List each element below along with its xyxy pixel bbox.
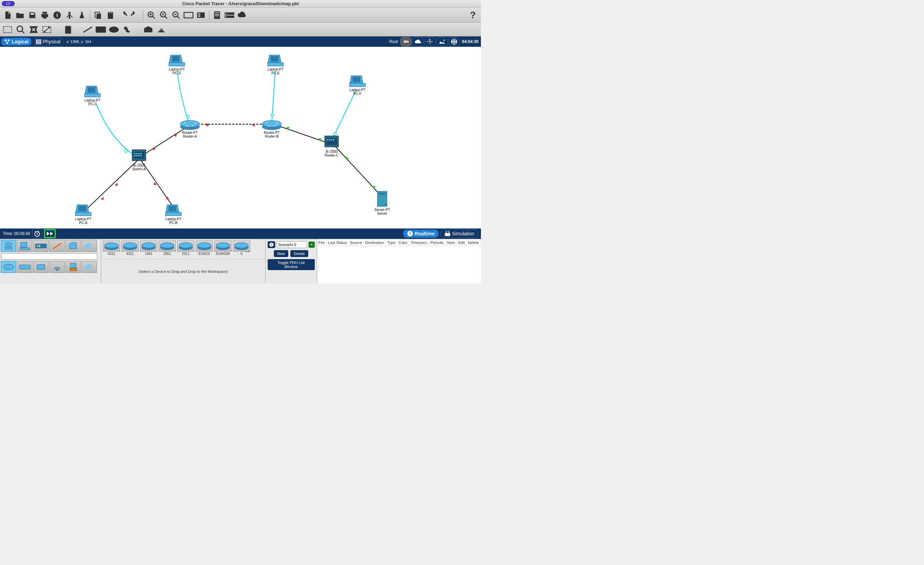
- device-router-a[interactable]: Router-PTRouter-A: [180, 119, 200, 138]
- nav-back-button[interactable]: [400, 37, 411, 46]
- pdu-header-col[interactable]: Periodic: [429, 240, 446, 245]
- scenario-dropdown-icon[interactable]: [309, 242, 315, 248]
- reset-time-button[interactable]: [32, 229, 42, 238]
- notes-icon[interactable]: [211, 9, 223, 21]
- realtime-tab[interactable]: Realtime: [403, 230, 438, 238]
- cloud-nav-button[interactable]: +: [412, 37, 423, 46]
- device-switch-a[interactable]: IE-2000Switch-A: [131, 148, 147, 171]
- simulation-tab[interactable]: Simulation: [441, 230, 478, 238]
- pdu-header-col[interactable]: Destination: [364, 240, 386, 245]
- category-multiuser[interactable]: [81, 240, 97, 252]
- activity-wizard-icon[interactable]: [64, 9, 75, 21]
- physical-tab[interactable]: Physical: [33, 38, 64, 46]
- inspect-tool-icon[interactable]: [15, 24, 27, 35]
- svg-point-1: [9, 2, 10, 3]
- category-end-devices[interactable]: [17, 240, 32, 252]
- subcategory-security[interactable]: [65, 261, 81, 273]
- subcategory-hubs[interactable]: [33, 261, 48, 273]
- scenario-new-button[interactable]: New: [274, 250, 288, 257]
- drawing-palette-icon[interactable]: [183, 9, 194, 21]
- info-icon[interactable]: i: [51, 9, 63, 21]
- select-tool-icon[interactable]: [2, 24, 14, 35]
- pdu-header-col[interactable]: Edit: [457, 240, 466, 245]
- zoom-reset-icon[interactable]: R: [158, 9, 170, 21]
- device-router-b[interactable]: Router-PTRouter-B: [261, 119, 282, 138]
- subcategory-routers[interactable]: [1, 261, 16, 273]
- device-pc-b[interactable]: Laptop-PTPC-B: [165, 203, 182, 225]
- scenario-info-icon[interactable]: i: [268, 241, 275, 248]
- subcategory-wan[interactable]: [81, 261, 97, 273]
- svg-rect-77: [138, 155, 140, 156]
- device-list-item[interactable]: 2901: [158, 240, 176, 258]
- pdu-header-col[interactable]: Color: [397, 240, 409, 245]
- redo-icon[interactable]: [129, 9, 141, 21]
- device-pc-d[interactable]: Laptop-PTPC-D: [169, 54, 185, 75]
- device-pc-c[interactable]: Laptop-PTPC-C: [84, 85, 101, 106]
- zoom-out-icon[interactable]: [170, 9, 182, 21]
- custom-devices-icon[interactable]: [195, 9, 207, 21]
- copy-icon[interactable]: [92, 9, 104, 21]
- subcategory-switches[interactable]: [17, 261, 32, 273]
- device-list-item[interactable]: 4321: [121, 240, 139, 258]
- environment-button[interactable]: [448, 37, 460, 46]
- save-icon[interactable]: [27, 9, 38, 21]
- device-server[interactable]: Server-PTServer: [374, 191, 390, 215]
- line-tool-icon[interactable]: [82, 24, 94, 35]
- svg-rect-62: [271, 56, 278, 62]
- pdu-header-col[interactable]: Delete: [466, 240, 481, 245]
- device-list-item[interactable]: 1941: [140, 240, 158, 258]
- toggle-pdu-list-button[interactable]: Toggle PDU List Window: [268, 259, 315, 270]
- device-search-input[interactable]: [1, 253, 98, 260]
- category-connections[interactable]: [49, 240, 64, 252]
- category-network-devices[interactable]: [1, 240, 16, 252]
- new-file-icon[interactable]: [2, 9, 14, 21]
- realtime-label: Realtime: [414, 231, 435, 236]
- open-icon[interactable]: [14, 9, 26, 21]
- samples-icon[interactable]: [76, 9, 88, 21]
- device-list-item[interactable]: 819IOX: [195, 240, 213, 258]
- device-list-item[interactable]: 819HGW: [214, 240, 232, 258]
- resize-tool-icon[interactable]: [41, 24, 52, 35]
- category-miscellaneous[interactable]: [65, 240, 81, 252]
- collapse-handle[interactable]: [244, 249, 250, 254]
- scenario-delete-button[interactable]: Delete: [290, 250, 308, 257]
- help-icon[interactable]: ?: [470, 10, 476, 21]
- workspace-canvas[interactable]: Laptop-PTPC-C Laptop-PTPC-D Laptop-PTPC-…: [0, 47, 481, 228]
- device-router-c[interactable]: IE-2000Router-C: [323, 135, 340, 157]
- pdu-header-col[interactable]: Last Status: [327, 240, 348, 245]
- logical-tab[interactable]: Logical: [1, 38, 32, 46]
- fast-forward-button[interactable]: [44, 229, 56, 238]
- cloud-icon[interactable]: [236, 9, 248, 21]
- undo-icon[interactable]: [117, 9, 129, 21]
- pdu-header-col[interactable]: Fire: [317, 240, 327, 245]
- simple-pdu-icon[interactable]: [142, 24, 154, 35]
- device-pc-a[interactable]: Laptop-PTPC-A: [75, 203, 92, 225]
- freeform-tool-icon[interactable]: [121, 24, 133, 35]
- device-pc-f[interactable]: Laptop-PTPC-F: [349, 74, 366, 96]
- ellipse-tool-icon[interactable]: [108, 24, 120, 35]
- move-nav-button[interactable]: [424, 37, 435, 46]
- rectangle-tool-icon[interactable]: [95, 24, 106, 35]
- device-pc-e[interactable]: Laptop-PTPC-E: [267, 54, 284, 75]
- pdu-header-col[interactable]: Num: [446, 240, 457, 245]
- svg-rect-40: [36, 39, 41, 41]
- pdu-header-col[interactable]: Source: [349, 240, 364, 245]
- image-nav-button[interactable]: [436, 37, 447, 46]
- device-scroll[interactable]: 43314321194129012911819IOX819HGW8: [101, 239, 265, 259]
- device-list-item[interactable]: 2911: [177, 240, 195, 258]
- paste-icon[interactable]: [105, 9, 116, 21]
- category-components[interactable]: [33, 240, 48, 252]
- delete-tool-icon[interactable]: [28, 24, 39, 35]
- server-icon[interactable]: [224, 9, 235, 21]
- complex-pdu-icon[interactable]: [156, 24, 167, 35]
- zoom-in-icon[interactable]: [146, 9, 157, 21]
- device-list-item[interactable]: 8: [232, 240, 250, 258]
- svg-rect-97: [21, 242, 27, 247]
- pdu-header-col[interactable]: Time(sec): [410, 240, 429, 245]
- print-icon[interactable]: [39, 9, 51, 21]
- device-list-item[interactable]: 4331: [102, 240, 120, 258]
- subcategory-wireless[interactable]: [49, 261, 64, 273]
- scenario-select[interactable]: Scenario 0: [277, 241, 307, 248]
- note-tool-icon[interactable]: [62, 24, 74, 35]
- pdu-header-col[interactable]: Type: [386, 240, 397, 245]
